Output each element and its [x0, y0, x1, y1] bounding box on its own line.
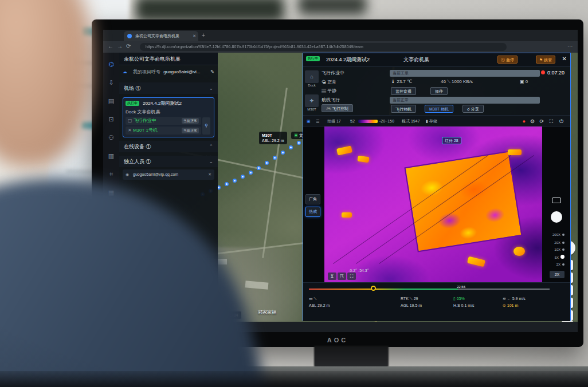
route-waypoint[interactable]	[241, 175, 245, 179]
tab-title: 余杭公司文亭俞电所机巢	[135, 34, 179, 38]
tab-close-icon[interactable]: ✕	[193, 31, 196, 41]
section-airport[interactable]: 机场 ① ⌄	[119, 82, 218, 94]
stream-quality-icon[interactable]: ▣	[307, 116, 311, 127]
zoom-level-current[interactable]: 5X	[545, 255, 565, 259]
browser-toolbar: ← → ⟳ https://fh.dji.com/organization/93…	[103, 41, 578, 53]
device-row[interactable]: ▢ 飞行作业中 当前正常	[126, 117, 201, 125]
route-waypoint[interactable]	[281, 151, 285, 155]
record-dot-icon	[541, 70, 545, 74]
forward-icon[interactable]: →	[117, 43, 123, 49]
agl-value: AGL 19.5 m	[401, 303, 422, 307]
project-account-row[interactable]: ☁ 我的项目呼号 guoguo5aini@vi... ✎	[119, 65, 218, 79]
operation-button[interactable]: 操作	[430, 87, 448, 95]
map-placename: 郭家家福	[258, 309, 276, 315]
device-name: 飞行作业中	[134, 118, 156, 123]
asl-value: ASL 29.2 m	[309, 303, 330, 307]
device-row[interactable]: ✕ M30T 1号机 当前正常	[126, 127, 201, 135]
section-members[interactable]: 独立人员 ① ⌄	[119, 156, 218, 167]
fpv-camera-button[interactable]: 飞行相机	[391, 105, 416, 113]
status-badge: 执行中	[126, 101, 139, 106]
browser-menu-icon[interactable]: ⋯	[567, 43, 573, 49]
device-card[interactable]: 执行中 2024.4.2期间测试2 Dock 文亭俞机巢 ▢ 飞行作业中 当前正…	[123, 97, 214, 137]
bell-icon[interactable]: ⚲	[202, 117, 210, 135]
spot-temperature-badge[interactable]: 红外 28	[442, 137, 461, 144]
close-icon[interactable]: ✕	[562, 56, 567, 62]
share-button[interactable]: ☌ 分享	[462, 105, 484, 113]
fullscreen-icon[interactable]: ⛶	[550, 116, 553, 127]
zoom-current-button[interactable]: 2X	[550, 271, 565, 278]
address-bar[interactable]: https://fh.dji.com/organization/93f4e7-1…	[140, 43, 507, 51]
chevron-up-icon[interactable]: ⌃	[209, 141, 213, 152]
project-value: guoguo5aini@vi...	[163, 69, 200, 74]
zoom-level[interactable]: 10X	[545, 248, 565, 251]
member-row[interactable]: ◉ guoguo5aini@vip.qq.com ✕	[123, 169, 214, 180]
expand-icon[interactable]: ⛶	[347, 273, 356, 280]
route-waypoint[interactable]	[297, 141, 301, 145]
drone-map-name: M30T	[262, 133, 272, 137]
rail-member-icon[interactable]: ⚇	[103, 134, 119, 141]
lens-tab-wide[interactable]: 广角	[305, 194, 320, 204]
chevron-down-icon[interactable]: ⌄	[209, 82, 213, 94]
rail-monitor-icon[interactable]: ⊡	[103, 116, 119, 123]
camera-toolbar: ▣ ☰ 拍摄 17 52 -20~150 模式 1947 ▮ 存储 ● ⚙	[303, 115, 570, 127]
zoom-level[interactable]: 200X	[545, 233, 565, 236]
remove-member-icon[interactable]: ✕	[208, 169, 211, 180]
rail-home-icon[interactable]: ⌬	[103, 61, 119, 68]
chevron-down-icon[interactable]: ⌄	[209, 156, 213, 167]
flight-control-button[interactable]: 🎮 飞行控制	[322, 104, 353, 112]
camera-menu-icon[interactable]: ☰	[316, 116, 319, 127]
route-waypoint[interactable]	[225, 182, 229, 186]
record-indicator: 0:07:20	[541, 70, 565, 76]
rail-library-icon[interactable]: ▥	[103, 152, 119, 160]
drone-map-alt: ASL: 29.2 m	[262, 139, 284, 143]
thermal-vehicle	[357, 156, 369, 163]
thermal-hotspot	[508, 149, 522, 155]
mission-progress-value: 22.56	[457, 285, 465, 289]
browser-tab[interactable]: 余杭公司文亭俞电所机巢 ✕	[124, 31, 198, 41]
section-online-label: 在线设备 ①	[124, 144, 151, 149]
thermal-video-feed[interactable]: 红外 28 -0.2° -54.3° ⊻☈⛶	[324, 127, 542, 282]
zoom-level[interactable]: 20X	[545, 241, 565, 244]
zoom-level[interactable]: 2X	[545, 263, 565, 266]
photo-of-workstation: AOC 余杭公司文亭俞电所机巢 ✕ + ← → ⟳ https://fh.dji…	[0, 0, 588, 387]
desk-shadow	[0, 371, 588, 387]
palette-range: -20~150	[379, 116, 394, 127]
reload-icon[interactable]: ⟳	[126, 43, 131, 49]
gimbal-pitch-icon[interactable]: ⊻	[328, 273, 336, 280]
gimbal-angles: -0.2° -54.3°	[348, 268, 369, 273]
gear-icon[interactable]: ⚙	[530, 116, 535, 127]
shutter-button[interactable]	[551, 211, 562, 223]
status-normal-bar: 当前正常	[390, 97, 540, 104]
route-waypoint[interactable]	[273, 156, 277, 160]
route-waypoint[interactable]	[249, 171, 253, 175]
member-avatar-icon: ◉	[126, 169, 129, 180]
thermal-hotspot	[467, 256, 485, 267]
thermal-palette-icon[interactable]	[358, 120, 378, 123]
route-waypoint[interactable]	[265, 161, 269, 165]
power-icon[interactable]: ⏻	[559, 116, 563, 127]
back-icon[interactable]: ←	[108, 43, 113, 49]
route-waypoint[interactable]	[289, 145, 293, 149]
telemetry-bar: 22.56 ▭ ⟍ ASL 29.2 m RTK ⟍ 29 AGL 19.5 m…	[303, 282, 570, 321]
new-tab-button[interactable]: +	[202, 32, 205, 38]
record-icon[interactable]: ●	[523, 116, 526, 127]
photo-video-toggle-icon[interactable]	[552, 198, 561, 203]
lens-tab-thermal[interactable]: 热成	[305, 207, 320, 217]
m30t-camera-button[interactable]: M30T 相机	[425, 105, 453, 113]
live-monitor-button[interactable]: 监控直播	[391, 87, 416, 95]
mission-progress-marker	[371, 286, 376, 291]
section-online-devices[interactable]: 在线设备 ① ⌃	[119, 141, 218, 152]
device-status: 当前正常	[182, 128, 199, 133]
emergency-stop-button[interactable]: ① 急停	[497, 56, 518, 64]
weather-status: 🌤 正常	[322, 79, 336, 85]
rail-task-icon[interactable]: ⌗	[103, 171, 119, 178]
rail-media-icon[interactable]: ▤	[103, 97, 119, 105]
refresh-icon[interactable]: ⟳	[539, 116, 544, 127]
takeover-button[interactable]: ⚑ 接管	[536, 56, 555, 64]
thermal-vehicle	[342, 212, 352, 218]
route-waypoint[interactable]	[233, 179, 237, 183]
edit-icon[interactable]: ✎	[210, 65, 214, 79]
gimbal-yaw-icon[interactable]: ☈	[338, 273, 346, 280]
route-waypoint[interactable]	[257, 166, 261, 170]
rail-upload-icon[interactable]: ⇩	[103, 79, 119, 86]
